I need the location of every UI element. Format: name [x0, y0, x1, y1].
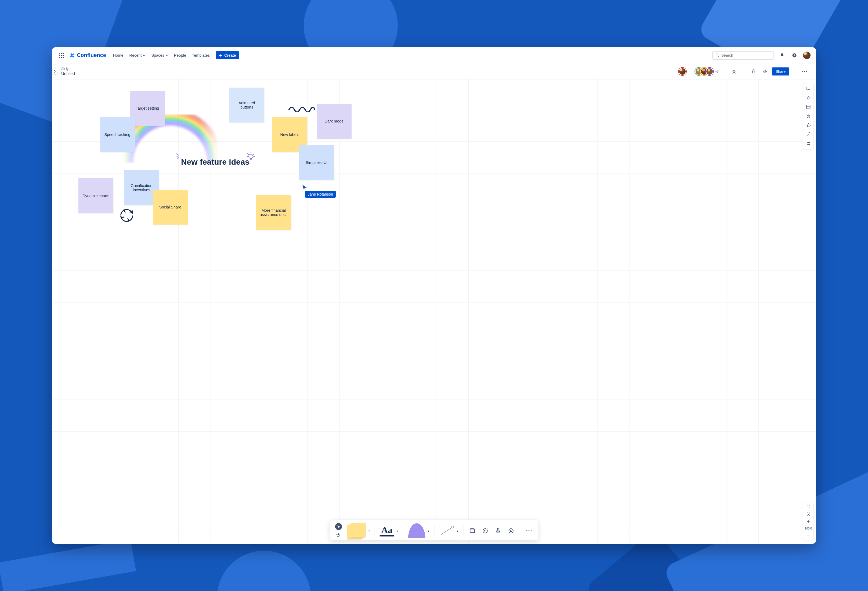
focus-icon[interactable] — [805, 511, 812, 518]
nav-home[interactable]: Home — [113, 53, 124, 58]
sticky-note[interactable]: More financial assistance docs — [256, 195, 291, 230]
squiggle-decoration — [288, 106, 315, 112]
svg-rect-3 — [59, 55, 60, 56]
search-icon — [716, 53, 719, 57]
shape-tool-options[interactable]: ▾ — [428, 529, 429, 532]
nav-people[interactable]: People — [174, 53, 186, 58]
collaborator-avatar[interactable] — [706, 68, 713, 75]
app-switcher-icon[interactable] — [57, 51, 65, 60]
svg-rect-6 — [59, 57, 60, 58]
link-icon[interactable] — [760, 67, 769, 76]
svg-line-22 — [441, 527, 453, 535]
emoji-tool-icon[interactable] — [481, 527, 489, 535]
chevron-down-icon — [165, 54, 168, 57]
zoom-out-button[interactable]: − — [805, 532, 812, 539]
breadcrumb[interactable]: Air-ly — [61, 67, 75, 71]
line-tool[interactable] — [439, 526, 454, 536]
timer-icon[interactable] — [805, 112, 812, 120]
pointer-mode-button[interactable] — [335, 523, 342, 530]
sticky-note[interactable]: Dynamic charts — [78, 178, 113, 213]
sparkle-lines-icon — [176, 152, 183, 160]
nav-templates[interactable]: Templates — [192, 53, 210, 58]
svg-rect-1 — [61, 53, 62, 54]
frame-tool-icon[interactable] — [468, 527, 476, 535]
right-toolbar — [803, 83, 814, 149]
sticky-note[interactable]: Animated buttons — [229, 87, 264, 123]
sticky-note[interactable]: Dark mode — [317, 104, 351, 139]
remote-cursor-label: Jane Rotanson — [305, 191, 336, 198]
text-tool-options[interactable]: ▾ — [397, 529, 398, 532]
sticky-note[interactable]: Target setting — [130, 91, 165, 126]
svg-rect-7 — [61, 57, 62, 58]
star-icon[interactable] — [730, 67, 738, 76]
thumbs-up-icon[interactable] — [805, 121, 812, 129]
svg-rect-17 — [806, 105, 810, 109]
top-nav: Confluence Home Recent Spaces People Tem… — [52, 47, 816, 64]
svg-point-19 — [807, 142, 808, 143]
stamp-tool-icon[interactable] — [494, 527, 502, 535]
svg-point-15 — [806, 71, 807, 72]
sticky-note[interactable]: Speed tracking — [100, 117, 135, 152]
sliders-icon[interactable] — [805, 139, 812, 148]
svg-rect-5 — [63, 55, 63, 56]
help-icon[interactable]: ? — [790, 51, 799, 60]
zoom-level[interactable]: 100% — [805, 526, 812, 531]
svg-rect-24 — [470, 529, 475, 533]
more-menu-icon[interactable] — [800, 67, 809, 76]
collaborator-overflow[interactable]: +3 — [715, 69, 719, 73]
text-tool[interactable]: Aa — [380, 526, 394, 536]
svg-point-31 — [530, 530, 531, 531]
magic-icon[interactable] — [805, 130, 812, 138]
svg-point-16 — [249, 154, 253, 158]
svg-point-9 — [716, 54, 718, 56]
fit-screen-icon[interactable] — [805, 503, 812, 510]
more-tools-icon[interactable] — [525, 527, 533, 535]
remote-cursor: Jane Rotanson — [302, 184, 336, 198]
svg-rect-0 — [59, 53, 60, 54]
product-logo[interactable]: Confluence — [69, 52, 106, 58]
svg-point-21 — [808, 514, 809, 515]
nav-spaces[interactable]: Spaces — [151, 53, 168, 58]
editing-user-avatar[interactable] — [679, 68, 686, 75]
svg-point-20 — [809, 144, 809, 145]
line-tool-options[interactable]: ▾ — [457, 529, 458, 532]
nav-recent[interactable]: Recent — [130, 53, 146, 58]
sticky-note-tool[interactable] — [347, 523, 366, 539]
user-avatar[interactable] — [803, 51, 811, 60]
svg-point-30 — [528, 530, 529, 531]
share-button[interactable]: Share — [772, 67, 789, 75]
sticky-note[interactable]: Social Share — [153, 190, 188, 225]
layout-icon[interactable] — [805, 103, 812, 111]
chevron-down-icon — [143, 54, 145, 57]
cycle-arrows-icon — [119, 208, 135, 223]
svg-point-23 — [452, 526, 453, 528]
link-tool-icon[interactable] — [507, 527, 515, 535]
sticky-tool-options[interactable]: ▾ — [369, 529, 370, 532]
zoom-in-button[interactable]: + — [805, 518, 812, 525]
whiteboard-canvas[interactable]: Target setting Speed tracking Animated b… — [52, 80, 816, 544]
lightbulb-icon — [245, 151, 256, 161]
comments-icon[interactable] — [805, 85, 812, 93]
svg-rect-4 — [61, 55, 62, 56]
svg-rect-12 — [752, 71, 755, 73]
search-box[interactable] — [712, 51, 774, 60]
shape-tool[interactable] — [408, 523, 425, 538]
svg-point-14 — [804, 71, 805, 72]
svg-point-13 — [802, 71, 803, 72]
notifications-icon[interactable] — [778, 51, 786, 60]
hand-mode-button[interactable] — [335, 532, 342, 539]
expand-sidebar-button[interactable] — [52, 68, 58, 74]
cursor-icon — [302, 184, 307, 190]
svg-point-28 — [509, 529, 513, 533]
document-title[interactable]: Untitled — [61, 71, 75, 76]
create-button[interactable]: Create — [216, 51, 239, 59]
sticky-note[interactable]: Simplified UI — [299, 145, 334, 180]
chevron-right-icon — [53, 70, 56, 73]
settings-sparkle-icon[interactable] — [805, 94, 812, 102]
nav-links: Home Recent Spaces People Templates Crea… — [113, 51, 239, 59]
board-title[interactable]: New feature ideas — [181, 157, 249, 167]
svg-rect-8 — [63, 57, 63, 58]
svg-point-29 — [526, 530, 527, 531]
search-input[interactable] — [721, 53, 771, 58]
lock-icon[interactable] — [749, 67, 758, 76]
